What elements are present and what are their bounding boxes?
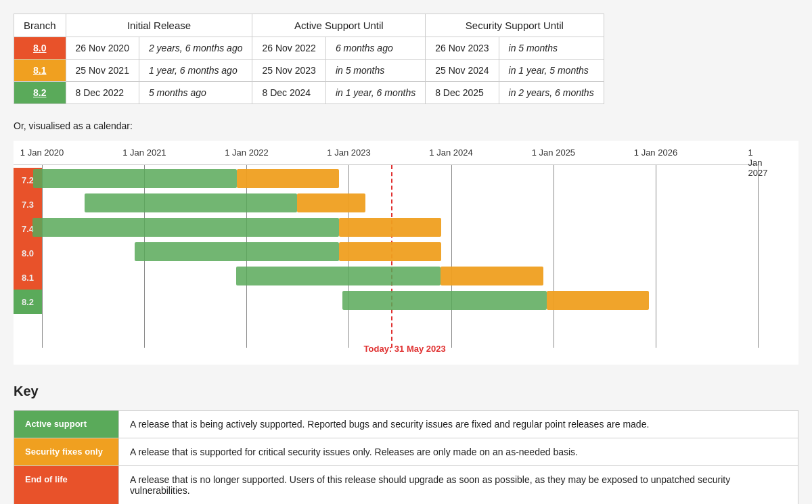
key-label: End of life	[14, 466, 119, 505]
gantt-year-label: 1 Jan 2021	[122, 147, 166, 158]
table-row: 8.2 8 Dec 2022 5 months ago 8 Dec 2024 i…	[14, 82, 604, 104]
gantt-bar-security	[297, 193, 365, 212]
security-date: 25 Nov 2024	[426, 60, 499, 82]
gantt-row-label: 8.1	[14, 265, 42, 290]
security-rel: in 5 months	[499, 37, 604, 60]
initial-date: 8 Dec 2022	[66, 82, 139, 104]
security-date: 26 Nov 2023	[426, 37, 499, 60]
gantt-year-label: 1 Jan 2026	[634, 147, 677, 158]
calendar-intro: Or, visualised as a calendar:	[14, 120, 798, 131]
release-table: Branch Initial Release Active Support Un…	[14, 14, 604, 104]
gantt-bar-security	[441, 267, 543, 285]
key-desc: A release that is being actively support…	[119, 411, 798, 438]
col-branch: Branch	[14, 14, 66, 37]
security-date: 8 Dec 2025	[426, 82, 499, 104]
active-date: 26 Nov 2022	[252, 37, 325, 60]
gantt-header: 1 Jan 20201 Jan 20211 Jan 20221 Jan 2023…	[14, 141, 758, 165]
initial-date: 25 Nov 2021	[66, 60, 139, 82]
key-desc: A release that is no longer supported. U…	[119, 466, 798, 505]
active-date: 8 Dec 2024	[252, 82, 325, 104]
gantt-body: 7.27.37.48.08.18.2	[14, 165, 758, 348]
initial-date: 26 Nov 2020	[66, 37, 139, 60]
gantt-year-label: 1 Jan 2025	[532, 147, 575, 158]
gantt-row-label: 7.3	[14, 192, 42, 216]
gantt-vline	[451, 165, 452, 348]
gantt-row-label: 8.0	[14, 241, 42, 265]
key-section: Key Active support A release that is bei…	[14, 384, 798, 504]
active-rel: 6 months ago	[325, 37, 425, 60]
gantt-bar-security	[237, 169, 339, 188]
gantt-bar-active	[236, 267, 441, 285]
gantt-bar-security	[547, 291, 649, 310]
gantt-bar-security	[339, 242, 441, 261]
gantt-year-label: 1 Jan 2023	[327, 147, 370, 158]
key-row: Security fixes only A release that is su…	[14, 438, 798, 466]
branch-link[interactable]: 8.1	[33, 65, 46, 76]
gantt-chart: 1 Jan 20201 Jan 20211 Jan 20221 Jan 2023…	[14, 141, 798, 365]
active-rel: in 5 months	[325, 60, 425, 82]
gantt-vline	[554, 165, 554, 348]
gantt-bar-active	[85, 193, 297, 212]
table-row: 8.1 25 Nov 2021 1 year, 6 months ago 25 …	[14, 60, 604, 82]
key-row: Active support A release that is being a…	[14, 411, 798, 438]
gantt-vline	[42, 165, 43, 348]
gantt-bar-active	[33, 169, 237, 188]
key-desc: A release that is supported for critical…	[119, 438, 798, 466]
today-label: Today: 31 May 2023	[364, 344, 798, 354]
gantt-bar-security	[339, 218, 441, 237]
key-label: Active support	[14, 411, 119, 438]
branch-link[interactable]: 8.0	[33, 43, 46, 53]
initial-rel: 2 years, 6 months ago	[139, 37, 252, 60]
gantt-vline	[758, 165, 759, 348]
key-row: End of life A release that is no longer …	[14, 466, 798, 505]
gantt-bar-active	[342, 291, 547, 310]
gantt-row-label: 8.2	[14, 290, 42, 314]
col-security: Security Support Until	[426, 14, 604, 37]
gantt-year-label: 1 Jan 2020	[20, 147, 64, 158]
gantt-year-label: 1 Jan 2024	[429, 147, 472, 158]
branch-cell: 8.2	[14, 82, 66, 104]
key-label: Security fixes only	[14, 438, 119, 466]
col-active: Active Support Until	[252, 14, 426, 37]
active-date: 25 Nov 2023	[252, 60, 325, 82]
gantt-vline	[656, 165, 656, 348]
branch-cell: 8.1	[14, 60, 66, 82]
security-rel: in 1 year, 5 months	[499, 60, 604, 82]
key-table: Active support A release that is being a…	[14, 410, 798, 504]
gantt-year-label: 1 Jan 2022	[225, 147, 268, 158]
branch-link[interactable]: 8.2	[33, 87, 46, 98]
table-row: 8.0 26 Nov 2020 2 years, 6 months ago 26…	[14, 37, 604, 60]
security-rel: in 2 years, 6 months	[499, 82, 604, 104]
gantt-bar-active	[135, 242, 339, 261]
col-initial: Initial Release	[66, 14, 252, 37]
initial-rel: 1 year, 6 months ago	[139, 60, 252, 82]
gantt-bar-active	[32, 218, 339, 237]
initial-rel: 5 months ago	[139, 82, 252, 104]
active-rel: in 1 year, 6 months	[325, 82, 425, 104]
key-title: Key	[14, 384, 798, 399]
branch-cell: 8.0	[14, 37, 66, 60]
